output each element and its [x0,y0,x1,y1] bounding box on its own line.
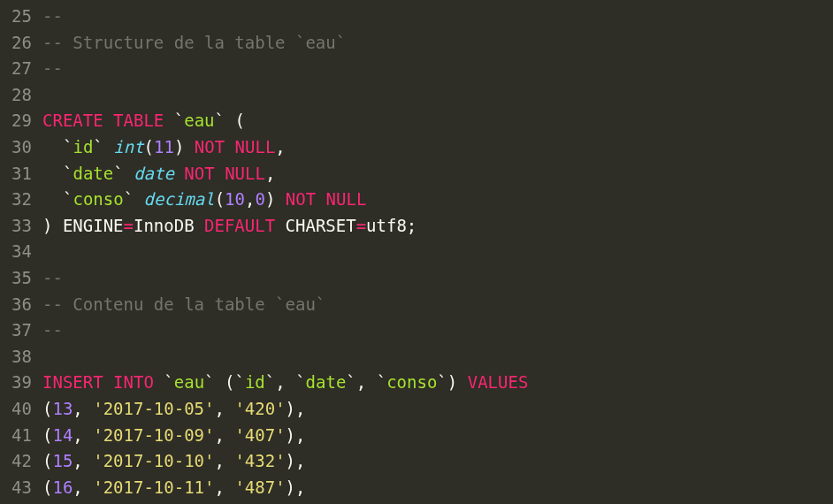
token-keyword: NULL [225,164,265,183]
token-backtick: ` [93,137,103,157]
token-number: 16 [52,477,73,497]
token-plain: , [215,425,235,445]
line-number: 34 [5,239,32,265]
token-plain: , [73,451,93,470]
line-number: 28 [5,82,32,109]
code-line[interactable]: -- [42,56,833,82]
token-backtick: ` [124,189,134,209]
token-type: int [113,137,143,157]
token-keyword: CREATE [42,111,103,130]
token-keyword: INTO [113,372,154,392]
code-line[interactable]: ) ENGINE=InnoDB DEFAULT CHARSET=utf8; [42,213,833,240]
token-string: '420' [234,399,285,418]
token-comment: -- [42,268,63,287]
token-number: 15 [52,451,73,470]
token-plain: , [275,137,285,157]
token-keyword: = [356,216,366,235]
token-plain [164,111,173,130]
token-string: '2017-10-11' [93,477,214,497]
token-comment: -- [42,320,63,340]
token-plain [134,189,143,209]
code-line[interactable]: INSERT INTO `eau` (`id`, `date`, `conso`… [42,370,833,396]
code-line[interactable]: -- [42,317,833,344]
token-plain: ( [42,425,52,445]
token-identifier: conso [386,372,437,392]
token-plain: InnoDB [134,216,204,235]
token-number: 0 [255,189,264,209]
token-comment: -- [42,58,63,78]
token-identifier: id [245,372,265,392]
token-number: 11 [154,137,174,157]
code-line[interactable] [42,344,833,370]
token-string: '432' [234,451,285,470]
code-line[interactable]: -- Structure de la table `eau` [42,30,833,57]
token-plain: ) [174,137,195,157]
token-plain [316,189,325,209]
token-backtick: ` [215,111,225,130]
code-line[interactable]: `id` int(11) NOT NULL, [42,134,833,161]
token-type: date [134,164,174,183]
token-comment: -- Contenu de la table `eau` [42,294,325,314]
code-line[interactable]: -- Contenu de la table `eau` [42,292,833,318]
token-number: 14 [52,425,73,445]
token-comment: -- [42,6,63,26]
token-plain: ) ENGINE [42,216,124,235]
token-backtick: ` [63,137,73,157]
code-line[interactable]: (15, '2017-10-10', '432'), [42,448,833,475]
code-line[interactable]: CREATE TABLE `eau` ( [42,108,833,134]
token-plain: , [265,164,275,183]
code-editor[interactable]: 25262728293031323334353637383940414243 -… [0,0,833,504]
code-line[interactable]: `date` date NOT NULL, [42,161,833,187]
code-line[interactable] [42,239,833,265]
token-plain: CHARSET [275,216,356,235]
token-backtick: ` [204,372,214,392]
line-number: 26 [5,30,32,57]
token-keyword: NOT [286,189,316,209]
code-line[interactable]: (16, '2017-10-11', '487'), [42,475,833,501]
token-string: '407' [234,425,285,445]
token-number: 13 [52,399,73,418]
token-keyword: NOT [184,164,214,183]
line-number: 38 [5,344,32,370]
line-number: 33 [5,213,32,240]
token-plain: , [215,451,235,470]
line-number: 31 [5,161,32,187]
token-keyword: = [124,216,134,235]
token-number: 10 [225,189,245,209]
token-plain: ), [286,477,306,497]
token-keyword: INSERT [42,372,103,392]
code-line[interactable]: -- [42,4,833,30]
token-plain: ( [225,111,245,130]
token-identifier: id [73,137,93,157]
token-backtick: ` [295,372,305,392]
token-backtick: ` [63,164,73,183]
token-backtick: ` [234,372,244,392]
line-number: 30 [5,134,32,161]
code-line[interactable] [42,82,833,109]
token-backtick: ` [164,372,173,392]
token-plain [103,111,113,130]
token-plain: , [275,372,295,392]
code-line[interactable]: -- [42,265,833,292]
token-plain: , [73,425,93,445]
token-plain: utf8; [366,216,416,235]
code-content[interactable]: ---- Structure de la table `eau`-- CREAT… [42,0,833,504]
token-string: '2017-10-09' [93,425,214,445]
line-number-gutter: 25262728293031323334353637383940414243 [0,0,42,504]
token-identifier: date [73,164,113,183]
code-line[interactable]: (14, '2017-10-09', '407'), [42,423,833,449]
token-plain: ( [215,372,235,392]
token-comment: -- Structure de la table `eau` [42,33,346,52]
token-plain: , [356,372,377,392]
token-plain: ) [447,372,468,392]
token-plain [124,164,134,183]
line-number: 35 [5,265,32,292]
line-number: 42 [5,448,32,475]
code-line[interactable]: (13, '2017-10-05', '420'), [42,396,833,423]
line-number: 25 [5,4,32,30]
token-backtick: ` [377,372,386,392]
code-line[interactable]: `conso` decimal(10,0) NOT NULL [42,187,833,213]
token-keyword: DEFAULT [204,216,275,235]
token-string: '487' [234,477,285,497]
token-string: '2017-10-05' [93,399,214,418]
